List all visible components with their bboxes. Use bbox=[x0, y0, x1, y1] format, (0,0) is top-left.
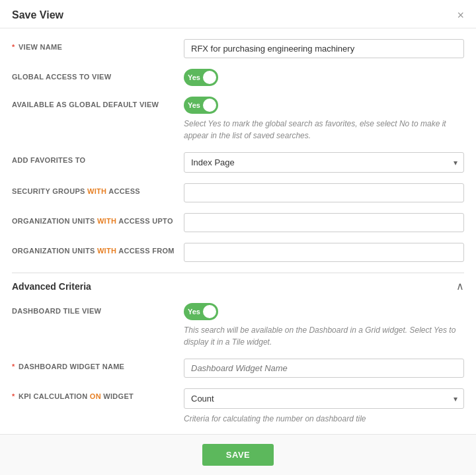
org-units-upto-row: ORGANIZATION UNITS WITH ACCESS UPTO bbox=[12, 213, 464, 232]
dashboard-tile-slider: Yes bbox=[184, 303, 218, 320]
available-global-knob bbox=[203, 99, 216, 112]
view-name-row: * VIEW NAME bbox=[12, 39, 464, 58]
dashboard-widget-name-row: * DASHBOARD WIDGET NAME bbox=[12, 359, 464, 378]
required-star: * bbox=[12, 43, 17, 51]
add-favorites-select[interactable]: Index Page bbox=[184, 152, 464, 173]
global-access-slider: Yes bbox=[184, 69, 218, 86]
save-button[interactable]: SAVE bbox=[202, 444, 274, 466]
save-view-dialog: Save View × * VIEW NAME GLOBAL ACCESS TO… bbox=[0, 0, 476, 475]
available-global-toggle[interactable]: Yes bbox=[184, 97, 218, 114]
dialog-footer: SAVE bbox=[0, 434, 476, 475]
dashboard-tile-toggle[interactable]: Yes bbox=[184, 303, 218, 320]
collapse-icon[interactable]: ∧ bbox=[456, 280, 464, 292]
required-star-widget: * bbox=[12, 363, 17, 370]
global-access-toggle[interactable]: Yes bbox=[184, 69, 218, 86]
add-favorites-wrap: Index Page ▾ bbox=[184, 152, 464, 173]
dialog-body: * VIEW NAME GLOBAL ACCESS TO VIEW Yes bbox=[0, 28, 476, 434]
add-favorites-label: ADD FAVORITES TO bbox=[12, 152, 184, 164]
global-access-label: GLOBAL ACCESS TO VIEW bbox=[12, 69, 184, 81]
global-access-wrap: Yes bbox=[184, 69, 464, 86]
org-units-from-input[interactable] bbox=[184, 243, 464, 262]
available-global-wrap: Yes Select Yes to mark the global search… bbox=[184, 97, 464, 142]
available-global-row: AVAILABLE AS GLOBAL DEFAULT VIEW Yes Sel… bbox=[12, 97, 464, 142]
kpi-calculation-select-wrap: Count ▾ bbox=[184, 388, 464, 409]
global-access-knob bbox=[203, 71, 216, 84]
available-global-hint: Select Yes to mark the global search as … bbox=[184, 118, 464, 142]
org-units-upto-wrap bbox=[184, 213, 464, 232]
dashboard-tile-hint: This search will be available on the Das… bbox=[184, 324, 464, 348]
available-global-toggle-wrap: Yes bbox=[184, 97, 464, 114]
security-groups-wrap bbox=[184, 183, 464, 202]
security-groups-input[interactable] bbox=[184, 183, 464, 202]
available-global-slider: Yes bbox=[184, 97, 218, 114]
add-favorites-row: ADD FAVORITES TO Index Page ▾ bbox=[12, 152, 464, 173]
kpi-calculation-label: * KPI CALCULATION ON WIDGET bbox=[12, 388, 184, 400]
dashboard-tile-knob bbox=[203, 305, 216, 318]
view-name-wrap bbox=[184, 39, 464, 58]
dialog-header: Save View × bbox=[0, 0, 476, 28]
dialog-title: Save View bbox=[12, 9, 63, 21]
org-units-from-row: ORGANIZATION UNITS WITH ACCESS FROM bbox=[12, 243, 464, 262]
org-units-from-label: ORGANIZATION UNITS WITH ACCESS FROM bbox=[12, 243, 184, 255]
dashboard-tile-row: DASHBOARD TILE VIEW Yes This search will… bbox=[12, 303, 464, 348]
view-name-label: * VIEW NAME bbox=[12, 39, 184, 51]
available-global-label: AVAILABLE AS GLOBAL DEFAULT VIEW bbox=[12, 97, 184, 108]
kpi-calculation-row: * KPI CALCULATION ON WIDGET Count ▾ Crit… bbox=[12, 388, 464, 425]
close-button[interactable]: × bbox=[457, 9, 464, 21]
view-name-input[interactable] bbox=[184, 39, 464, 58]
org-units-upto-input[interactable] bbox=[184, 213, 464, 232]
add-favorites-select-wrap: Index Page ▾ bbox=[184, 152, 464, 173]
kpi-calculation-select[interactable]: Count bbox=[184, 388, 464, 409]
dashboard-tile-yes-label: Yes bbox=[188, 308, 200, 316]
kpi-calculation-wrap: Count ▾ Criteria for calculating the num… bbox=[184, 388, 464, 425]
dashboard-widget-name-input[interactable] bbox=[184, 359, 464, 378]
org-units-upto-label: ORGANIZATION UNITS WITH ACCESS UPTO bbox=[12, 213, 184, 225]
security-groups-row: SECURITY GROUPS WITH ACCESS bbox=[12, 183, 464, 202]
dashboard-tile-toggle-wrap: Yes bbox=[184, 303, 464, 320]
advanced-criteria-title: Advanced Criteria bbox=[12, 281, 91, 292]
global-access-yes-label: Yes bbox=[188, 73, 200, 81]
dashboard-tile-label: DASHBOARD TILE VIEW bbox=[12, 303, 184, 315]
org-units-from-wrap bbox=[184, 243, 464, 262]
kpi-hint: Criteria for calculating the number on d… bbox=[184, 413, 464, 425]
dashboard-widget-name-wrap bbox=[184, 359, 464, 378]
dashboard-widget-name-label: * DASHBOARD WIDGET NAME bbox=[12, 359, 184, 370]
required-star-kpi: * bbox=[12, 392, 17, 400]
security-groups-label: SECURITY GROUPS WITH ACCESS bbox=[12, 183, 184, 195]
dashboard-tile-wrap: Yes This search will be available on the… bbox=[184, 303, 464, 348]
advanced-criteria-section: Advanced Criteria ∧ bbox=[12, 273, 464, 292]
global-access-row: GLOBAL ACCESS TO VIEW Yes bbox=[12, 69, 464, 86]
available-global-yes-label: Yes bbox=[188, 101, 200, 109]
global-access-toggle-wrap: Yes bbox=[184, 69, 464, 86]
